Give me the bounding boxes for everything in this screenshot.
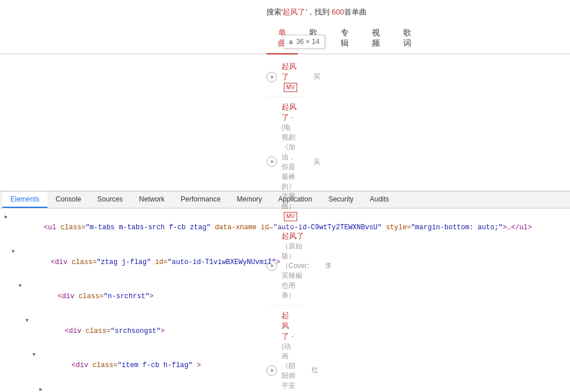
- tooltip-letter: a: [289, 38, 293, 45]
- song-artist: 李: [309, 261, 332, 271]
- song-artist: 红: [295, 365, 319, 375]
- song-name-highlight: 起风了: [282, 102, 297, 122]
- search-suffix: '，找到: [305, 8, 329, 16]
- tab-lyrics[interactable]: 歌词: [392, 23, 423, 53]
- search-unit: 首单曲: [344, 8, 367, 16]
- search-prefix: 搜索': [266, 8, 283, 16]
- play-button[interactable]: [266, 365, 277, 376]
- search-keyword: 起风了: [283, 8, 305, 16]
- play-button[interactable]: [266, 72, 277, 82]
- music-search-results: 搜索'起风了'，找到 600首单曲 单曲 歌手 专辑 视频 歌词 a 36 × …: [0, 0, 570, 191]
- mv-badge[interactable]: MV: [284, 83, 297, 92]
- song-item: 起风了 - (动画《阴阳师平安物语》主题曲） 红: [266, 306, 304, 392]
- song-name[interactable]: 起风了 - (电视剧《加油，你是最棒的》主题曲） MV: [282, 102, 297, 221]
- song-name[interactable]: 起风了 - (动画《阴阳师平安物语》主题曲）: [282, 310, 295, 392]
- song-name[interactable]: 起风了 MV: [282, 61, 297, 92]
- play-button[interactable]: [266, 156, 277, 167]
- song-artist: 吴: [297, 157, 320, 167]
- play-button[interactable]: [266, 261, 277, 271]
- tooltip-size: 36 × 14: [296, 38, 319, 46]
- search-summary: 搜索'起风了'，找到 600首单曲: [0, 0, 570, 17]
- song-subtitle: （原始版） （Cover: 买辣椒也用券）: [282, 242, 309, 299]
- song-name-highlight: 起风了: [282, 232, 304, 240]
- song-name-highlight: 起风了: [282, 311, 289, 340]
- song-name[interactable]: 起风了 （原始版） （Cover: 买辣椒也用券）: [282, 231, 309, 301]
- tab-albums[interactable]: 专辑: [329, 23, 360, 53]
- element-tooltip: a 36 × 14: [284, 35, 325, 49]
- search-count: 600: [332, 8, 345, 16]
- song-item: 起风了 （原始版） （Cover: 买辣椒也用券） 李: [266, 226, 304, 306]
- song-artist: 买: [297, 72, 320, 82]
- song-item: 起风了 MV 买: [266, 57, 304, 97]
- song-subtitle: - (动画《阴阳师平安物语》主题曲）: [282, 332, 295, 392]
- song-subtitle: - (电视剧《加油，你是最棒的》主题曲）: [282, 113, 295, 210]
- song-name-highlight: 起风了: [282, 62, 297, 81]
- tab-videos[interactable]: 视频: [360, 23, 392, 53]
- song-item: 起风了 - (电视剧《加油，你是最棒的》主题曲） MV 吴: [266, 97, 304, 226]
- song-list: 起风了 MV 买 起风了 - (电视剧《加油，你是最棒的》主题曲） MV 吴 起…: [0, 54, 570, 392]
- mv-badge[interactable]: MV: [284, 212, 297, 221]
